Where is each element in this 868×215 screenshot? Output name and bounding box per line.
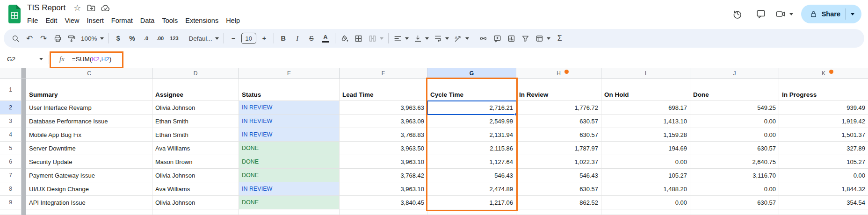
meet-button[interactable]	[775, 5, 794, 23]
decrease-font-size-button[interactable]: −	[226, 31, 240, 45]
row-header-3[interactable]: 3	[0, 115, 22, 128]
share-main[interactable]: Share	[801, 5, 845, 23]
row-header-6[interactable]: 6	[0, 155, 22, 169]
cell-done[interactable]: 0.00	[690, 182, 779, 196]
cell-in-progress[interactable]: 354.54	[779, 196, 868, 209]
cell-status[interactable]: IN REVIEW	[239, 101, 340, 115]
cell-cycle-time[interactable]: 546.43	[427, 169, 516, 182]
row-header-9[interactable]: 9	[0, 196, 22, 209]
cell-in-progress[interactable]: 0.00	[779, 169, 868, 182]
cell-done[interactable]: 630.57	[690, 142, 779, 155]
cell-cycle-time[interactable]: 2,474.89	[427, 182, 516, 196]
row-header[interactable]	[0, 209, 22, 215]
cell-on-hold[interactable]: 698.17	[601, 101, 690, 115]
cell-assignee[interactable]: Olivia Johnson	[152, 169, 239, 182]
horizontal-align-button[interactable]	[391, 31, 411, 45]
cell-done[interactable]: 0.00	[690, 128, 779, 142]
cell-assignee[interactable]: Ethan Smith	[152, 128, 239, 142]
cell-cycle-time[interactable]: 2,131.94	[427, 128, 516, 142]
font-select[interactable]: Defaul...	[187, 31, 221, 45]
header-assignee[interactable]: Assignee	[152, 79, 239, 101]
table-views-button[interactable]	[533, 31, 553, 45]
cell[interactable]	[516, 209, 601, 215]
cell-in-review[interactable]: 630.57	[516, 182, 601, 196]
cell[interactable]	[239, 209, 340, 215]
column-header-d[interactable]: D	[152, 68, 239, 79]
cell-done[interactable]: 630.57	[690, 196, 779, 209]
borders-button[interactable]	[352, 31, 366, 45]
star-icon[interactable]: ☆	[71, 2, 83, 14]
fill-color-button[interactable]	[338, 31, 352, 45]
cell-lead-time[interactable]: 3,963.63	[340, 101, 427, 115]
menu-extensions[interactable]: Extensions	[181, 16, 222, 25]
merge-cells-button[interactable]	[366, 31, 386, 45]
cell[interactable]	[152, 209, 239, 215]
cell-lead-time[interactable]: 3,840.45	[340, 196, 427, 209]
cell-status[interactable]: DONE	[239, 142, 340, 155]
menu-view[interactable]: View	[61, 16, 83, 25]
header-status[interactable]: Status	[239, 79, 340, 101]
cell-cycle-time[interactable]: 2,716.21	[427, 101, 516, 115]
cell[interactable]	[601, 209, 690, 215]
comments-button[interactable]	[752, 5, 770, 23]
zoom-select[interactable]: 100%	[79, 31, 106, 45]
cell-assignee[interactable]: Ava Williams	[152, 182, 239, 196]
cell-lead-time[interactable]: 3,768.42	[340, 169, 427, 182]
cell[interactable]	[779, 209, 868, 215]
row-header-8[interactable]: 8	[0, 182, 22, 196]
row-header-5[interactable]: 5	[0, 142, 22, 155]
column-header-j[interactable]: J	[690, 68, 779, 79]
cell-status[interactable]: DONE	[239, 169, 340, 182]
format-currency-button[interactable]: $	[111, 31, 125, 45]
print-button[interactable]	[51, 31, 65, 45]
cell-in-progress[interactable]: 939.49	[779, 101, 868, 115]
cell-cycle-time[interactable]: 2,115.86	[427, 142, 516, 155]
cell-lead-time[interactable]: 3,963.10	[340, 155, 427, 169]
search-button[interactable]	[8, 31, 22, 45]
cell-in-review[interactable]: 1,022.37	[516, 155, 601, 169]
cell-on-hold[interactable]: 1,159.28	[601, 128, 690, 142]
menu-help[interactable]: Help	[222, 16, 244, 25]
share-button[interactable]: Share	[801, 5, 861, 23]
cell-summary[interactable]: Payment Gateway Issue	[26, 169, 152, 182]
functions-button[interactable]: Σ	[553, 31, 567, 45]
column-header-g[interactable]: G	[427, 68, 516, 79]
cell-lead-time[interactable]: 3,963.10	[340, 182, 427, 196]
redo-button[interactable]: ↷	[36, 31, 51, 45]
menu-tools[interactable]: Tools	[158, 16, 181, 25]
cell-done[interactable]: 2,640.75	[690, 155, 779, 169]
cell-in-progress[interactable]: 1,501.37	[779, 128, 868, 142]
menu-data[interactable]: Data	[137, 16, 159, 25]
cell-on-hold[interactable]: 105.27	[601, 169, 690, 182]
cell[interactable]	[340, 209, 427, 215]
document-title[interactable]: TIS Report	[27, 3, 65, 13]
paint-format-button[interactable]	[65, 31, 79, 45]
cell-status[interactable]: DONE	[239, 196, 340, 209]
cell-on-hold[interactable]: 1,488.20	[601, 182, 690, 196]
cell-in-progress[interactable]: 105.27	[779, 155, 868, 169]
header-summary[interactable]: Summary	[26, 79, 152, 101]
cell-done[interactable]: 3,116.70	[690, 169, 779, 182]
italic-button[interactable]: I	[290, 31, 304, 45]
cell-assignee[interactable]: Ethan Smith	[152, 115, 239, 128]
cell-assignee[interactable]: Olivia Johnson	[152, 101, 239, 115]
row-header-1[interactable]: 1	[0, 79, 22, 101]
column-header-h[interactable]: H	[516, 68, 601, 79]
column-header-f[interactable]: F	[340, 68, 427, 79]
cell-summary[interactable]: User Interface Revamp	[26, 101, 152, 115]
cell-summary[interactable]: API Integration Issue	[26, 196, 152, 209]
cell-assignee[interactable]: Ava Williams	[152, 142, 239, 155]
header-lead-time[interactable]: Lead Time	[340, 79, 427, 101]
cell-in-review[interactable]: 630.57	[516, 128, 601, 142]
header-in-progress[interactable]: In Progress	[779, 79, 868, 101]
undo-button[interactable]: ↶	[22, 31, 36, 45]
select-all-corner[interactable]	[0, 68, 22, 79]
cell-status[interactable]: IN REVIEW	[239, 115, 340, 128]
cell-on-hold[interactable]: 0.00	[601, 196, 690, 209]
text-color-button[interactable]: A	[318, 31, 333, 45]
cell-cycle-time[interactable]: 2,549.99	[427, 115, 516, 128]
cell-done[interactable]: 549.25	[690, 101, 779, 115]
cell-in-review[interactable]: 1,776.72	[516, 101, 601, 115]
text-wrap-button[interactable]	[431, 31, 451, 45]
cell-cycle-time[interactable]: 1,127.64	[427, 155, 516, 169]
